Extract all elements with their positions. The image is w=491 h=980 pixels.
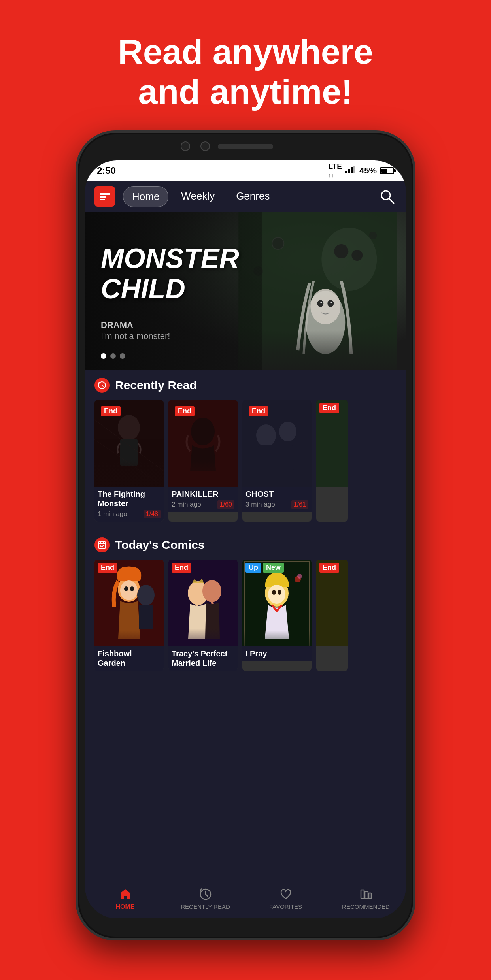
comic-info-2: PAINKILLER 2 min ago 1/60 (168, 487, 238, 512)
today-badge-2: End (172, 563, 191, 573)
svg-point-56 (272, 590, 276, 595)
svg-rect-46 (139, 605, 153, 629)
comic-info-3: GHOST 3 min ago 1/61 (242, 487, 312, 512)
svg-point-14 (321, 302, 322, 303)
today-badge-4: End (319, 563, 339, 573)
nav-recommended-tab[interactable]: RECOMMENDED (326, 879, 406, 918)
svg-rect-19 (239, 330, 397, 370)
comic-ep-3: 1/61 (291, 500, 308, 509)
today-badge-up-3: Up (246, 563, 261, 573)
nav-recently-read-tab[interactable]: RECENTLY READ (165, 879, 246, 918)
banner-title: MONSTER CHILD (101, 243, 239, 304)
badge-end-2: End (175, 406, 195, 416)
comic-time-1: 1 min ago (98, 510, 127, 518)
svg-point-8 (334, 244, 349, 258)
phone-body: 2:50 LTE↑↓ 45% (76, 130, 415, 940)
comic-title-3: GHOST (246, 489, 308, 499)
badge-end-3: End (249, 406, 268, 416)
battery-icon (380, 167, 394, 174)
svg-point-16 (272, 237, 284, 249)
svg-rect-34 (242, 459, 312, 487)
dot-3[interactable] (120, 353, 125, 359)
comic-card-fighting-monster[interactable]: End (94, 400, 164, 522)
svg-rect-61 (316, 560, 348, 646)
svg-point-50 (202, 580, 221, 602)
svg-rect-60 (242, 631, 312, 646)
app-logo[interactable] (94, 186, 115, 207)
today-info-2: Tracy's Perfect Married Life (168, 646, 238, 671)
svg-point-7 (322, 228, 377, 291)
hero-line1: Read anywhere (24, 32, 467, 72)
comic-ep-1: 1/48 (144, 510, 161, 518)
search-button[interactable] (378, 187, 397, 206)
svg-rect-29 (168, 459, 238, 487)
today-thumb-1: End (94, 560, 164, 646)
recently-read-icon (94, 378, 110, 393)
svg-rect-2 (351, 167, 353, 173)
todays-comics-icon (94, 537, 110, 552)
nav-favorites-tab[interactable]: FAVORITES (246, 879, 326, 918)
banner-subtitle: I'm not a monster! (101, 331, 170, 341)
svg-point-12 (317, 300, 324, 307)
svg-rect-0 (345, 171, 347, 173)
today-badge-1: End (98, 563, 117, 573)
recently-read-section: Recently Read End (85, 370, 406, 530)
phone-frame: 2:50 LTE↑↓ 45% (76, 130, 415, 940)
today-title-2: Tracy's Perfect Married Life (172, 649, 234, 668)
svg-point-22 (118, 415, 140, 440)
recently-read-title: Recently Read (115, 379, 197, 392)
today-thumb-4: End (316, 560, 348, 646)
today-title-3: I Pray (246, 649, 308, 658)
nav-home-tab[interactable]: HOME (85, 879, 165, 918)
nav-weekly[interactable]: Weekly (172, 186, 223, 207)
screen-content: MONSTER CHILD DRAMA I'm not a monster! (85, 212, 406, 879)
svg-rect-47 (94, 631, 164, 646)
featured-banner[interactable]: MONSTER CHILD DRAMA I'm not a monster! (85, 212, 406, 370)
camera-left (181, 141, 190, 151)
comic-thumb-4: End (316, 400, 348, 487)
comic-card-painkiller[interactable]: End (168, 400, 238, 522)
today-thumb-3: Up New (242, 560, 312, 646)
today-card-fishbowl[interactable]: End (94, 560, 164, 671)
today-badge-new-3: New (263, 563, 284, 573)
comic-thumb-2: End (168, 400, 238, 487)
svg-point-57 (278, 590, 281, 595)
today-card-tracy[interactable]: End (168, 560, 238, 671)
signal-bars (345, 166, 356, 176)
svg-point-44 (130, 586, 134, 591)
banner-genre: DRAMA (101, 320, 133, 330)
status-icons: LTE↑↓ 45% (328, 162, 394, 179)
nav-genres[interactable]: Genres (227, 186, 278, 207)
svg-rect-51 (168, 629, 238, 646)
nav-home[interactable]: Home (123, 186, 168, 207)
svg-rect-35 (316, 400, 348, 487)
svg-rect-1 (348, 169, 350, 173)
svg-point-15 (331, 302, 332, 303)
svg-rect-36 (98, 542, 106, 548)
comic-thumb-1: End (94, 400, 164, 487)
todays-comics-header: Today's Comics (94, 537, 397, 552)
svg-point-45 (137, 585, 155, 605)
speaker (218, 144, 273, 149)
svg-point-43 (124, 586, 128, 591)
today-card-we[interactable]: End (316, 560, 348, 671)
camera-right (200, 141, 210, 151)
svg-point-17 (369, 232, 377, 239)
status-time: 2:50 (97, 165, 116, 176)
comic-card-ghost[interactable]: End (242, 400, 312, 522)
comic-ep-2: 1/60 (217, 500, 234, 509)
comic-thumb-3: End (242, 400, 312, 487)
dot-1[interactable] (101, 353, 106, 359)
svg-point-31 (256, 424, 276, 447)
bottom-navigation: HOME RECENTLY READ FAVORITES (85, 879, 406, 918)
dot-2[interactable] (110, 353, 116, 359)
today-info-1: Fishbowl Garden (94, 646, 164, 671)
svg-point-13 (328, 300, 334, 307)
status-bar: 2:50 LTE↑↓ 45% (85, 160, 406, 181)
today-card-ipray[interactable]: Up New (242, 560, 312, 671)
badge-end-1: End (101, 406, 121, 416)
svg-rect-64 (365, 891, 368, 899)
comic-title-1: The Fighting Monster (98, 489, 161, 508)
banner-pagination (101, 353, 125, 359)
comic-card-4[interactable]: End (316, 400, 348, 522)
